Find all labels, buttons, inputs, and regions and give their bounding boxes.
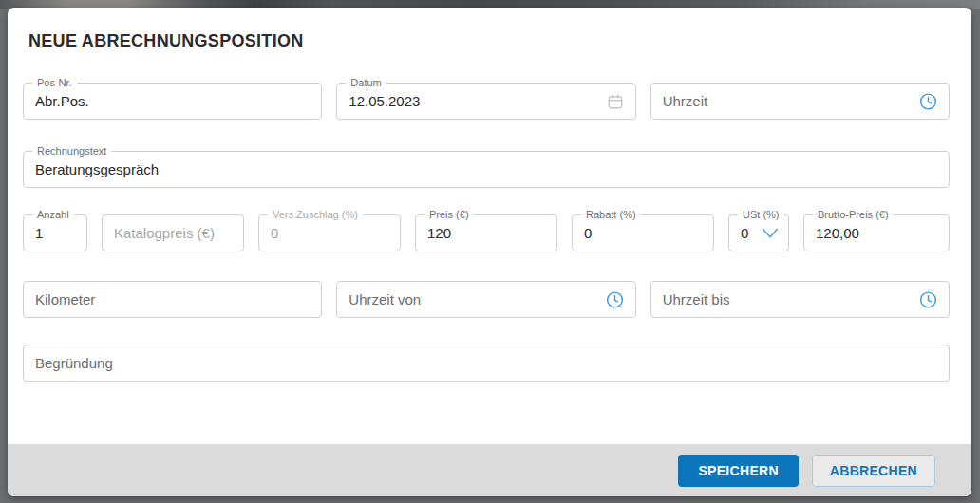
rabatt-label: Rabatt (%) xyxy=(581,209,641,221)
chevron-down-icon xyxy=(760,226,781,241)
anzahl-field: Anzahl xyxy=(23,214,87,252)
row-price-details: Anzahl Vers.Zuschlag (%) Preis (€) Rabat… xyxy=(23,214,950,252)
uhrzeit-von-field xyxy=(336,281,635,318)
calendar-icon[interactable] xyxy=(606,92,625,111)
katalogpreis-input[interactable] xyxy=(103,215,243,251)
ust-value: 0 xyxy=(741,225,748,241)
rabatt-field: Rabatt (%) xyxy=(572,214,714,252)
datum-label: Datum xyxy=(346,77,386,89)
anzahl-label: Anzahl xyxy=(32,209,74,221)
preis-label: Preis (€) xyxy=(424,209,474,221)
uhrzeit-input[interactable] xyxy=(651,84,949,119)
kilometer-input[interactable] xyxy=(24,282,321,317)
ust-select[interactable]: USt (%) 0 xyxy=(728,214,789,252)
dialog-footer: SPEICHERN ABBRECHEN xyxy=(8,444,971,496)
ust-label: USt (%) xyxy=(738,209,784,221)
row-reason xyxy=(23,345,950,382)
clock-icon[interactable] xyxy=(605,289,625,309)
uhrzeit-von-input[interactable] xyxy=(337,282,634,317)
pos-nr-label: Pos-Nr. xyxy=(32,77,77,89)
vers-zuschlag-label: Vers.Zuschlag (%) xyxy=(268,209,363,221)
rechnungstext-label: Rechnungstext xyxy=(32,145,111,158)
save-button[interactable]: SPEICHERN xyxy=(678,455,798,487)
row-invoice-text: Rechnungstext xyxy=(23,151,950,188)
uhrzeit-bis-field xyxy=(650,281,950,318)
row-position-date-time: Pos-Nr. Datum xyxy=(23,83,950,120)
pos-nr-field: Pos-Nr. xyxy=(23,83,322,120)
uhrzeit-field xyxy=(650,83,950,120)
cancel-button[interactable]: ABBRECHEN xyxy=(812,455,935,487)
form-area: Pos-Nr. Datum xyxy=(8,83,971,382)
brutto-preis-field: Brutto-Preis (€) xyxy=(803,214,950,252)
datum-field: Datum xyxy=(336,83,635,120)
brutto-preis-label: Brutto-Preis (€) xyxy=(813,209,894,221)
begruendung-field xyxy=(23,345,950,382)
rechnungstext-input[interactable] xyxy=(24,152,949,187)
uhrzeit-bis-input[interactable] xyxy=(651,282,949,317)
kilometer-field xyxy=(23,281,322,318)
new-billing-item-dialog: NEUE ABRECHNUNGSPOSITION Pos-Nr. Datum xyxy=(8,8,971,496)
preis-field: Preis (€) xyxy=(415,214,557,252)
vers-zuschlag-field: Vers.Zuschlag (%) xyxy=(258,214,401,252)
clock-icon[interactable] xyxy=(918,289,938,309)
begruendung-input[interactable] xyxy=(24,345,949,381)
rechnungstext-field: Rechnungstext xyxy=(23,151,950,188)
row-km-times xyxy=(23,281,950,318)
dialog-title: NEUE ABRECHNUNGSPOSITION xyxy=(28,31,971,51)
katalogpreis-field xyxy=(102,214,244,252)
clock-icon[interactable] xyxy=(918,91,938,111)
